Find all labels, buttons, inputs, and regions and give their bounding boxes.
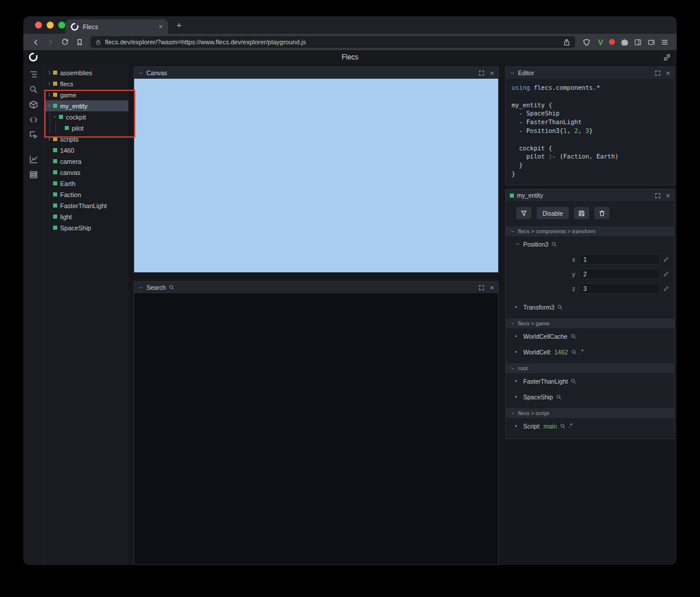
inspector-row-WorldCellCache[interactable]: WorldCellCache [506,328,674,344]
fullscreen-icon[interactable] [478,70,485,76]
puzzle-extensions-icon[interactable] [621,38,628,46]
tree-item-light[interactable]: light [44,211,128,222]
position3-y-input[interactable] [579,269,660,279]
close-icon[interactable]: × [666,192,670,199]
close-icon[interactable]: × [666,69,670,77]
collapse-icon[interactable] [138,71,144,76]
disable-button[interactable]: Disable [537,207,569,219]
new-tab-button[interactable]: + [174,20,184,30]
entity-square-icon [53,104,57,108]
inspector-row-Script[interactable]: Script:main.* [506,418,674,434]
tree-item-SpaceShip[interactable]: SpaceShip [44,222,128,233]
inspector-row-Position3[interactable]: Position3 [506,236,674,252]
tree-item-Faction[interactable]: Faction [44,189,128,200]
filter-button[interactable] [516,207,531,219]
search-icon[interactable] [556,394,562,400]
inspector-row-WorldCell[interactable]: WorldCell:1462.* [506,344,674,360]
section-header[interactable]: flecs > components > transform [506,226,674,236]
url-bar[interactable]: flecs.dev/explorer/?wasm=https://www.fle… [90,36,575,48]
reload-button[interactable] [58,36,71,48]
tree-item-1460[interactable]: 1460 [44,145,128,156]
chevron-right-icon[interactable] [47,136,52,142]
tree-item-flecs[interactable]: flecs [44,78,128,89]
search-icon[interactable] [551,241,557,247]
section-header[interactable]: flecs > script [506,408,674,418]
fullscreen-icon[interactable] [478,285,485,291]
tree-item-camera[interactable]: camera [44,156,128,167]
search-icon[interactable] [29,85,38,94]
inspector-row-Transform3[interactable]: Transform3 [506,299,674,315]
inspector-row-SpaceShip[interactable]: SpaceShip [506,389,674,405]
search-icon[interactable] [557,304,563,310]
fullscreen-icon[interactable] [654,70,661,76]
tree-item-pilot[interactable]: pilot [44,122,128,134]
entity-square-icon [53,181,57,185]
tab-close-icon[interactable]: × [159,23,163,30]
section-path: flecs > game [518,320,550,326]
render-canvas[interactable] [134,79,498,272]
share-icon[interactable] [563,38,570,46]
search-icon[interactable] [571,349,577,355]
position3-x-input[interactable] [579,254,660,265]
code-line [512,92,668,101]
fullscreen-icon[interactable] [654,192,661,199]
collapse-icon[interactable] [510,71,515,76]
browser-tab[interactable]: Flecs × [65,19,168,34]
wallet-icon[interactable] [648,38,655,46]
search-icon[interactable] [570,333,576,339]
outline-icon[interactable] [29,70,38,79]
v-extension-icon[interactable]: V [598,38,603,47]
inspector-section: flecs > components > transformPosition3x… [506,226,674,315]
chevron-down-icon[interactable] [515,241,520,247]
tree-item-cockpit[interactable]: cockpit [44,111,128,122]
chevron-right-icon[interactable] [47,92,52,97]
bookmark-icon[interactable] [73,36,86,48]
shield-icon[interactable] [580,36,593,48]
link-icon[interactable] [663,54,671,61]
tree-item-canvas[interactable]: canvas [44,167,128,178]
code-icon[interactable] [29,115,38,124]
left-icon-strip [23,64,44,565]
collapse-icon[interactable] [138,285,144,290]
search-icon[interactable] [560,423,566,429]
save-button[interactable] [574,207,589,219]
inspect-icon[interactable] [29,131,38,139]
tree-item-label: SpaceShip [60,224,91,231]
record-extension-icon[interactable] [609,39,615,45]
code-editor[interactable]: using flecs.components.* my_entity { - S… [506,79,674,185]
pencil-icon[interactable] [663,257,669,262]
chevron-right-icon[interactable] [47,70,52,75]
forward-button[interactable] [44,36,57,48]
zoom-window-button[interactable] [58,22,65,29]
editor-panel-title: Editor [518,69,534,76]
tree-item-Earth[interactable]: Earth [44,178,128,189]
tree-item-game[interactable]: game [44,89,128,100]
chevron-down-icon[interactable] [52,114,58,120]
tree-item-scripts[interactable]: scripts [44,134,128,145]
search-results-area[interactable] [134,293,498,564]
chevron-right-icon[interactable] [47,81,52,86]
tree-item-FasterThanLight[interactable]: FasterThanLight [44,200,128,211]
search-icon[interactable] [570,378,576,384]
position3-z-input[interactable] [579,283,660,294]
delete-button[interactable] [594,207,610,219]
section-header[interactable]: root [506,363,674,373]
flecs-logo [29,52,38,62]
tree-item-my_entity[interactable]: my_entity [44,100,128,111]
minimize-window-button[interactable] [47,22,54,29]
entities-icon[interactable] [29,100,38,109]
stats-icon[interactable] [29,155,38,164]
chevron-down-icon[interactable] [47,103,52,108]
menu-icon[interactable] [661,38,668,46]
back-button[interactable] [29,36,42,48]
close-icon[interactable]: × [489,69,494,77]
close-icon[interactable]: × [489,284,494,292]
close-window-button[interactable] [35,22,42,29]
sidebar-toggle-icon[interactable] [634,38,642,46]
pencil-icon[interactable] [663,271,669,277]
tree-item-assemblies[interactable]: assemblies [44,67,128,78]
section-header[interactable]: flecs > game [506,318,674,328]
table-icon[interactable] [29,170,38,179]
inspector-row-FasterThanLight[interactable]: FasterThanLight [506,373,674,389]
pencil-icon[interactable] [663,286,669,292]
